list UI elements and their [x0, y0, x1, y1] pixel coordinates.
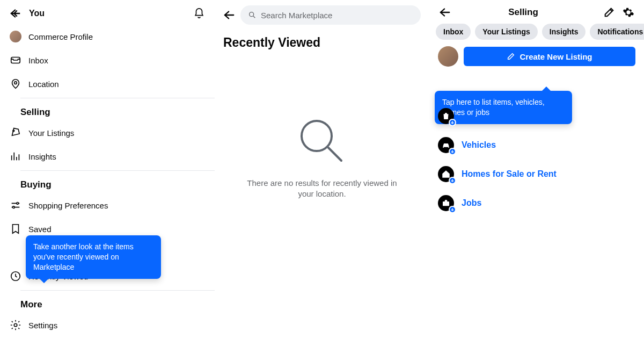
selling-title: Selling [451, 7, 596, 18]
selling-section-title: Selling [0, 100, 215, 121]
chip-insights[interactable]: Insights [542, 24, 586, 40]
plus-badge-icon: + [449, 206, 456, 213]
shopping-preferences-label: Shopping Preferences [28, 201, 108, 210]
create-new-listing-label: Create New Listing [519, 52, 592, 61]
category-homes[interactable]: + Homes for Sale or Rent [429, 160, 644, 189]
recently-viewed-tooltip: Take another look at the items you've re… [26, 235, 161, 279]
category-list: + Items + Vehicles + Homes for Sale or R… [429, 67, 644, 218]
briefcase-icon: + [438, 195, 454, 211]
settings-label: Settings [28, 321, 57, 330]
recently-viewed-title: Recently Viewed [215, 30, 429, 53]
location-pin-icon [10, 78, 21, 90]
pane-recently-viewed: Search Marketplace Recently Viewed There… [215, 0, 429, 360]
svg-point-9 [302, 121, 332, 151]
empty-state: There are no results for recently viewed… [215, 53, 429, 200]
buying-section-title: Buying [0, 173, 215, 193]
commerce-profile-label: Commerce Profile [28, 32, 93, 41]
pane1-title: You [29, 9, 193, 18]
svg-point-8 [250, 12, 254, 17]
divider [20, 98, 215, 98]
location-row[interactable]: Location [0, 72, 215, 96]
category-jobs-label: Jobs [462, 198, 481, 208]
plus-badge-icon: + [449, 119, 456, 126]
create-listing-tooltip: Tap here to list items, vehicles, homes … [435, 91, 572, 124]
tag-icon [10, 127, 21, 139]
settings-row[interactable]: Settings [0, 313, 215, 337]
insights-row[interactable]: Insights [0, 145, 215, 168]
search-icon [248, 11, 257, 19]
user-avatar-icon[interactable] [438, 46, 458, 67]
saved-label: Saved [28, 225, 52, 234]
edit-icon[interactable] [603, 6, 615, 18]
svg-point-3 [17, 203, 19, 205]
more-section-title: More [0, 293, 215, 313]
svg-point-1 [14, 82, 17, 84]
compose-icon [507, 52, 515, 61]
svg-point-7 [14, 323, 17, 327]
inbox-label: Inbox [28, 56, 48, 65]
clock-icon [10, 270, 21, 282]
inbox-icon [10, 54, 21, 66]
divider [20, 170, 215, 171]
back-arrow-icon[interactable] [439, 6, 451, 18]
chip-notifications[interactable]: Notifications [590, 24, 644, 40]
magnifier-icon [295, 114, 349, 168]
plus-badge-icon: + [449, 148, 456, 155]
your-listings-row[interactable]: Your Listings [0, 121, 215, 145]
commerce-profile-row[interactable]: Commerce Profile [0, 25, 215, 48]
shopping-bag-icon: + [438, 108, 454, 124]
pane3-header: Selling [429, 0, 644, 18]
house-icon: + [438, 166, 454, 182]
pane-you: You Commerce Profile Inbox Location Sell… [0, 0, 215, 360]
gear-icon [10, 319, 21, 331]
pane1-header: You [0, 0, 215, 19]
divider [20, 290, 215, 291]
notification-bell-icon[interactable] [193, 8, 205, 19]
insights-label: Insights [28, 152, 56, 161]
category-vehicles-label: Vehicles [462, 140, 496, 150]
plus-badge-icon: + [449, 177, 456, 184]
pane2-header: Search Marketplace [215, 0, 429, 30]
category-jobs[interactable]: + Jobs [429, 189, 644, 218]
empty-state-text: There are no results for recently viewed… [239, 178, 405, 200]
create-new-listing-button[interactable]: Create New Listing [464, 47, 635, 66]
bookmark-icon [10, 223, 21, 235]
chip-inbox[interactable]: Inbox [436, 24, 471, 40]
category-homes-label: Homes for Sale or Rent [462, 169, 557, 179]
sliders-icon [10, 199, 21, 211]
search-input[interactable]: Search Marketplace [240, 5, 421, 25]
location-label: Location [28, 80, 59, 89]
category-vehicles[interactable]: + Vehicles [429, 131, 644, 160]
svg-point-4 [13, 206, 15, 208]
back-arrow-icon[interactable] [10, 8, 21, 19]
user-avatar-icon [10, 31, 21, 42]
create-listing-row: Create New Listing [429, 44, 644, 67]
car-icon: + [438, 137, 454, 153]
inbox-row[interactable]: Inbox [0, 48, 215, 72]
back-arrow-icon[interactable] [223, 9, 235, 21]
svg-rect-10 [443, 201, 449, 206]
gear-icon[interactable] [623, 6, 634, 18]
bar-chart-icon [10, 150, 21, 162]
search-placeholder: Search Marketplace [261, 11, 332, 20]
pane-selling: Selling Inbox Your Listings Insights Not… [429, 0, 644, 360]
your-listings-label: Your Listings [28, 128, 74, 138]
chip-your-listings[interactable]: Your Listings [475, 24, 537, 40]
shopping-preferences-row[interactable]: Shopping Preferences [0, 193, 215, 217]
filter-chips: Inbox Your Listings Insights Notificatio… [429, 18, 644, 44]
